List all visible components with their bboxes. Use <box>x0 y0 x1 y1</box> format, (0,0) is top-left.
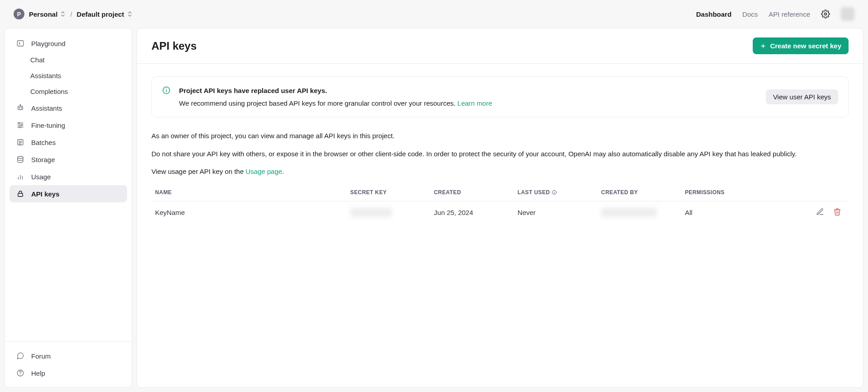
description-1: As an owner of this project, you can vie… <box>151 130 849 142</box>
org-avatar: P <box>14 9 24 19</box>
description-2: Do not share your API key with others, o… <box>151 148 849 160</box>
cell-created-by: redacted@user <box>598 201 681 224</box>
nav-docs[interactable]: Docs <box>742 10 758 18</box>
sidebar-item-assistants[interactable]: Assistants <box>9 99 127 117</box>
page-title: API keys <box>151 40 197 52</box>
robot-icon <box>16 103 25 112</box>
th-created-by: CREATED BY <box>598 184 681 201</box>
breadcrumb-separator: / <box>70 10 72 18</box>
button-label: Create new secret key <box>770 42 841 50</box>
user-avatar[interactable] <box>841 7 854 21</box>
svg-rect-2 <box>18 106 23 110</box>
sidebar-item-batches[interactable]: Batches <box>9 134 127 151</box>
svg-point-17 <box>18 156 23 159</box>
svg-point-0 <box>825 13 827 15</box>
org-selector[interactable]: Personal <box>29 10 66 18</box>
sidebar-item-storage[interactable]: Storage <box>9 151 127 168</box>
svg-point-12 <box>19 126 20 128</box>
sliders-icon <box>16 121 25 130</box>
sidebar-item-forum[interactable]: Forum <box>9 347 127 364</box>
sidebar-item-help[interactable]: Help <box>9 364 127 382</box>
sidebar-item-usage[interactable]: Usage <box>9 168 127 185</box>
svg-rect-1 <box>17 41 24 46</box>
svg-rect-21 <box>18 193 23 196</box>
notice-banner: Project API keys have replaced user API … <box>151 76 849 117</box>
sidebar-label: Assistants <box>30 72 61 79</box>
create-secret-key-button[interactable]: Create new secret key <box>753 37 849 54</box>
sidebar-label: Completions <box>30 88 68 95</box>
sidebar-label: Chat <box>30 56 45 64</box>
main-header: API keys Create new secret key <box>137 28 863 64</box>
notice-text: Project API keys have replaced user API … <box>179 85 758 109</box>
usage-line: View usage per API key on the Usage page… <box>151 166 849 177</box>
sidebar-label: Usage <box>31 173 51 181</box>
sidebar-label: Forum <box>31 352 51 360</box>
notice-title: Project API keys have replaced user API … <box>179 85 758 97</box>
sidebar-item-chat[interactable]: Chat <box>9 52 127 68</box>
usage-line-prefix: View usage per API key on the <box>151 168 245 175</box>
cell-secret-key: sk-...XXXX <box>347 201 430 224</box>
top-right-nav: Dashboard Docs API reference <box>696 7 854 21</box>
sidebar-label: Storage <box>31 156 55 163</box>
project-selector[interactable]: Default project <box>77 10 132 18</box>
svg-point-10 <box>19 122 20 124</box>
sidebar-item-playground[interactable]: Playground <box>9 35 127 52</box>
th-secret-key: SECRET KEY <box>347 184 430 201</box>
cell-created: Jun 25, 2024 <box>430 201 514 224</box>
usage-line-suffix: . <box>282 168 284 175</box>
edit-icon[interactable] <box>816 208 825 217</box>
delete-icon[interactable] <box>833 208 842 217</box>
forum-icon <box>16 351 25 360</box>
sidebar-item-completions[interactable]: Completions <box>9 84 127 99</box>
th-permissions: PERMISSIONS <box>681 184 779 201</box>
learn-more-link[interactable]: Learn more <box>458 99 492 107</box>
sidebar-label: Batches <box>31 139 56 146</box>
plus-icon <box>760 43 766 49</box>
sidebar-label: Assistants <box>31 104 62 112</box>
list-icon <box>16 138 25 147</box>
help-icon <box>16 369 25 378</box>
nav-dashboard[interactable]: Dashboard <box>696 10 731 18</box>
settings-icon[interactable] <box>821 9 830 19</box>
nav-api-reference[interactable]: API reference <box>769 10 810 18</box>
svg-point-3 <box>19 107 20 108</box>
org-name: Personal <box>29 10 57 18</box>
topbar: P Personal / Default project Dashboard D… <box>0 0 868 28</box>
svg-point-11 <box>21 125 23 126</box>
project-name: Default project <box>77 10 124 18</box>
svg-point-4 <box>21 107 22 108</box>
info-icon <box>162 86 171 95</box>
th-name: NAME <box>151 184 347 201</box>
info-icon[interactable] <box>552 190 557 195</box>
main-panel: API keys Create new secret key Project A… <box>137 28 863 387</box>
th-last-used: LAST USED <box>514 184 598 201</box>
cell-name: KeyName <box>151 201 347 224</box>
chart-icon <box>16 172 25 181</box>
sidebar-label: Playground <box>31 40 66 47</box>
database-icon <box>16 155 25 164</box>
usage-page-link[interactable]: Usage page <box>245 168 282 175</box>
th-last-used-label: LAST USED <box>518 189 550 196</box>
sidebar-item-api-keys[interactable]: API keys <box>9 185 127 202</box>
sidebar-item-assistants-sub[interactable]: Assistants <box>9 68 127 84</box>
sidebar-item-fine-tuning[interactable]: Fine-tuning <box>9 117 127 134</box>
th-created: CREATED <box>430 184 514 201</box>
row-actions <box>783 208 845 217</box>
sidebar-label: API keys <box>31 190 60 198</box>
sidebar-label: Help <box>31 369 45 377</box>
cell-permissions: All <box>681 201 779 224</box>
chevron-updown-icon <box>127 11 132 17</box>
cell-last-used: Never <box>514 201 598 224</box>
terminal-icon <box>16 39 25 48</box>
lock-icon <box>16 189 25 198</box>
table-row: KeyName sk-...XXXX Jun 25, 2024 Never re… <box>151 201 849 224</box>
sidebar: Playground Chat Assistants Completions A… <box>5 28 132 387</box>
breadcrumbs: P Personal / Default project <box>14 9 132 19</box>
api-keys-table: NAME SECRET KEY CREATED LAST USED CREAT <box>151 184 849 224</box>
sidebar-label: Fine-tuning <box>31 121 65 129</box>
table-header-row: NAME SECRET KEY CREATED LAST USED CREAT <box>151 184 849 201</box>
notice-body: We recommend using project based API key… <box>179 99 458 107</box>
chevron-updown-icon <box>60 11 66 17</box>
view-user-api-keys-button[interactable]: View user API keys <box>766 89 838 104</box>
